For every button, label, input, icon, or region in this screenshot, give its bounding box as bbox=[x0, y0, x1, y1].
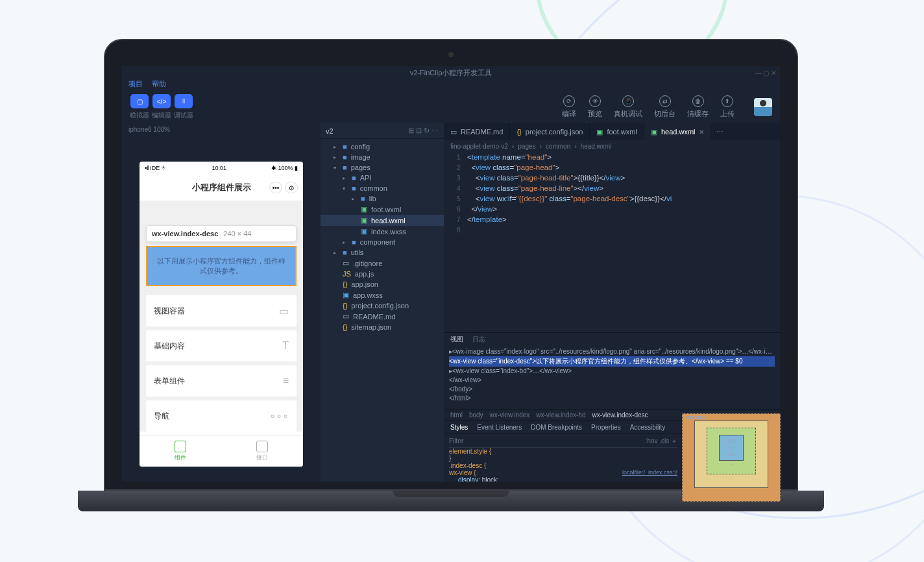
dom-node[interactable]: </wx-view> bbox=[449, 376, 775, 385]
dom-crumb[interactable]: wx-view.index-desc bbox=[592, 411, 648, 419]
toolbar-action-2[interactable]: 📱真机调试 bbox=[614, 95, 642, 119]
tree-item[interactable]: ▸■lib bbox=[321, 193, 444, 204]
dom-node[interactable]: </html> bbox=[449, 394, 775, 403]
toolbar-action-icon: 👁 bbox=[589, 95, 601, 107]
toolbar-action-icon: ⬆ bbox=[722, 95, 733, 107]
tree-item[interactable]: ▾■common bbox=[321, 183, 444, 193]
tree-item[interactable]: {}sitemap.json bbox=[321, 322, 444, 332]
dom-node[interactable]: ▸<wx-view class="index-bd">…</wx-view> bbox=[449, 367, 775, 376]
dom-node[interactable]: <wx-view class="index-desc">以下将展示小程序官方组件… bbox=[449, 356, 775, 367]
styles-hov[interactable]: :hov .cls ＋ bbox=[646, 437, 677, 446]
window-controls[interactable]: — ▢ ✕ bbox=[755, 69, 776, 77]
toolbar-action-icon: ⟳ bbox=[563, 95, 575, 107]
titlebar: v2-FinClip小程序开发工具 — ▢ ✕ bbox=[122, 66, 780, 79]
file-icon: ■ bbox=[343, 164, 347, 171]
file-icon: ■ bbox=[352, 184, 356, 192]
window-title: v2-FinClip小程序开发工具 bbox=[410, 68, 492, 78]
caret-icon: ▸ bbox=[343, 175, 348, 181]
file-icon: {} bbox=[517, 128, 521, 136]
styles-filter[interactable]: Filter bbox=[449, 437, 463, 445]
devtools-top-tab[interactable]: 视图 bbox=[450, 335, 463, 344]
styles-tab[interactable]: Event Listeners bbox=[477, 424, 522, 431]
tree-item[interactable]: ▣head.wxml bbox=[321, 215, 444, 226]
file-icon: ■ bbox=[343, 249, 347, 256]
minimap[interactable] bbox=[741, 152, 780, 332]
tree-item[interactable]: ▣index.wxss bbox=[321, 226, 444, 237]
toolbar-action-1[interactable]: 👁预览 bbox=[588, 95, 602, 119]
tree-item[interactable]: ▾■pages bbox=[321, 162, 444, 173]
caret-icon: ▾ bbox=[334, 165, 339, 171]
highlighted-element[interactable]: 以下用展示小程序官方组件能力，组件样式仅供参考。 bbox=[146, 246, 297, 286]
devtools-top-tab[interactable]: 日志 bbox=[472, 335, 485, 344]
toolbar-btn-0[interactable]: ▢ bbox=[130, 94, 149, 108]
tree-item[interactable]: ▭.gitignore bbox=[321, 258, 444, 269]
tree-item[interactable]: ▸■image bbox=[321, 152, 444, 162]
explorer-actions[interactable]: ⊞ ⊡ ↻ ⋯ bbox=[408, 127, 439, 135]
dom-node[interactable]: ▸<wx-image class="index-logo" src="../re… bbox=[449, 347, 775, 356]
camera-dot bbox=[448, 52, 454, 57]
toolbar-action-0[interactable]: ⟳编译 bbox=[562, 95, 576, 119]
styles-tab[interactable]: Styles bbox=[450, 424, 468, 431]
dom-crumb[interactable]: wx-view.index-hd bbox=[536, 411, 585, 419]
sim-list-item[interactable]: 导航∘∘∘ bbox=[146, 400, 297, 432]
styles-tab[interactable]: Accessibility bbox=[630, 424, 665, 431]
file-icon: {} bbox=[343, 280, 347, 288]
toolbar-btn-1[interactable]: </> bbox=[152, 94, 171, 108]
laptop-mockup: v2-FinClip小程序开发工具 — ▢ ✕ 项目 帮助 ▢模拟器</>编辑器… bbox=[104, 39, 798, 511]
phone-tab[interactable]: 组件 bbox=[140, 436, 221, 467]
tree-item[interactable]: {}project.config.json bbox=[321, 300, 444, 311]
tree-item[interactable]: ▸■utils bbox=[321, 247, 444, 258]
menu-help[interactable]: 帮助 bbox=[152, 79, 166, 91]
editor-panel: ▭README.md{}project.config.json▣foot.wxm… bbox=[444, 123, 780, 482]
tab-icon bbox=[175, 441, 186, 452]
toolbar-btn-2[interactable]: ⫴ bbox=[175, 94, 193, 108]
file-icon: ▭ bbox=[343, 312, 349, 321]
tree-item[interactable]: JSapp.js bbox=[321, 269, 444, 279]
explorer-header: v2 ⊞ ⊡ ↻ ⋯ bbox=[321, 123, 444, 139]
code-editor[interactable]: 12345678 <template name="head"> <view cl… bbox=[444, 152, 780, 332]
editor-tabs: ▭README.md{}project.config.json▣foot.wxm… bbox=[444, 123, 780, 140]
toolbar-action-3[interactable]: ⇄切后台 bbox=[654, 95, 675, 119]
editor-tab[interactable]: {}project.config.json bbox=[510, 123, 590, 140]
toolbar-action-icon: 📱 bbox=[622, 95, 634, 107]
phone-tabbar: 组件接口 bbox=[140, 435, 303, 467]
dom-crumb[interactable]: wx-view.index bbox=[490, 411, 530, 419]
tree-item[interactable]: ▸■component bbox=[321, 237, 444, 247]
tabs-more-icon[interactable]: ⋯ bbox=[711, 123, 729, 140]
styles-tab[interactable]: Properties bbox=[591, 424, 621, 431]
tree-item[interactable]: ▸■API bbox=[321, 173, 444, 183]
tree-item[interactable]: ▣foot.wxml bbox=[321, 204, 444, 215]
ide-window: v2-FinClip小程序开发工具 — ▢ ✕ 项目 帮助 ▢模拟器</>编辑器… bbox=[122, 66, 780, 482]
phone-statusbar: •ıll IDE ᯤ 10:01 ✱ 100% ▮ bbox=[140, 162, 303, 175]
file-icon: ▣ bbox=[361, 227, 367, 236]
tree-item[interactable]: ▸■config bbox=[321, 141, 444, 152]
avatar[interactable] bbox=[754, 98, 772, 116]
dom-crumb[interactable]: body bbox=[469, 411, 483, 419]
menu-project[interactable]: 项目 bbox=[128, 79, 143, 91]
tree-item[interactable]: ▭README.md bbox=[321, 311, 444, 322]
dom-node[interactable]: </body> bbox=[449, 385, 775, 394]
dom-tree[interactable]: ▸<wx-image class="index-logo" src="../re… bbox=[444, 346, 780, 409]
editor-tab[interactable]: ▭README.md bbox=[444, 123, 510, 140]
sim-list-item[interactable]: 视图容器▭ bbox=[146, 295, 297, 326]
app-close-icon[interactable]: ⊙ bbox=[285, 182, 298, 193]
tree-item[interactable]: {}app.json bbox=[321, 279, 444, 289]
sim-list-item[interactable]: 表单组件≡ bbox=[146, 365, 297, 397]
close-icon[interactable]: ✕ bbox=[699, 128, 704, 136]
dom-crumb[interactable]: html bbox=[450, 411, 463, 419]
toolbar-action-4[interactable]: 🗑清缓存 bbox=[687, 95, 709, 119]
file-icon: {} bbox=[343, 323, 347, 331]
caret-icon: ▸ bbox=[334, 144, 339, 150]
styles-rules[interactable]: Filter :hov .cls ＋ element.style {}.inde… bbox=[444, 434, 683, 482]
tree-item[interactable]: ▣app.wxss bbox=[321, 289, 444, 300]
editor-tab[interactable]: ▣foot.wxml bbox=[590, 123, 644, 140]
editor-tab[interactable]: ▣head.wxml✕ bbox=[644, 123, 712, 140]
toolbar-action-5[interactable]: ⬆上传 bbox=[720, 95, 735, 119]
toolbar-action-icon: ⇄ bbox=[659, 95, 671, 107]
file-icon: ■ bbox=[343, 153, 347, 161]
app-menu-more-icon[interactable]: ••• bbox=[269, 182, 282, 193]
styles-tab[interactable]: DOM Breakpoints bbox=[531, 424, 582, 431]
phone-tab[interactable]: 接口 bbox=[221, 436, 303, 467]
file-icon: ■ bbox=[343, 143, 347, 151]
sim-list-item[interactable]: 基础内容T bbox=[146, 330, 297, 361]
